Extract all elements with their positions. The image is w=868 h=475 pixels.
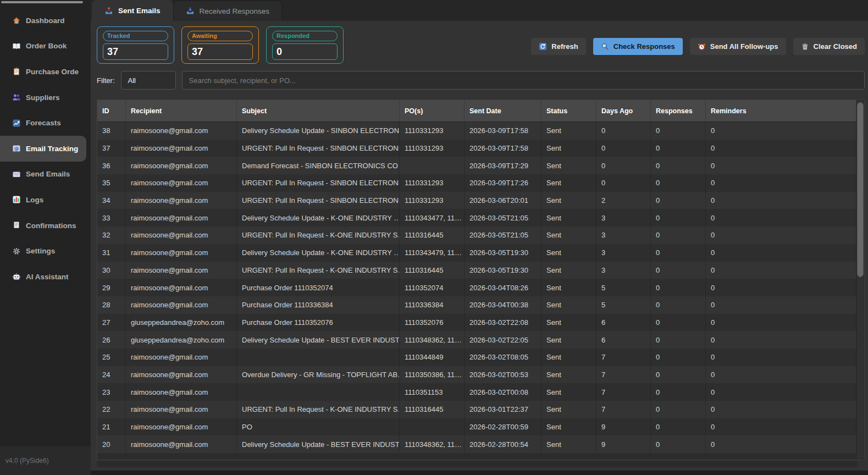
sidebar-item-dashboard[interactable]: Dashboard bbox=[0, 8, 91, 34]
col-header-responses[interactable]: Responses bbox=[651, 100, 706, 121]
search-icon bbox=[601, 42, 609, 51]
table-row[interactable]: 31raimosoone@gmail.comDelivery Schedule … bbox=[97, 244, 856, 262]
sidebar-nav: DashboardOrder BookPurchase OrdeSupplier… bbox=[0, 3, 91, 290]
table-row[interactable]: 28raimosoone@gmail.comPurchase Order 111… bbox=[97, 296, 856, 314]
stats-and-actions-row: Tracked37Awaiting37Responded0 RefreshChe… bbox=[97, 26, 865, 64]
stat-box-value: 37 bbox=[103, 43, 168, 60]
sidebar-item-send-emails[interactable]: Send Emails bbox=[0, 162, 91, 187]
table-row[interactable]: 22raimosoone@gmail.comURGENT: Pull In Re… bbox=[97, 401, 856, 418]
cell-id: 30 bbox=[97, 262, 126, 279]
cell-reminders: 0 bbox=[706, 209, 856, 227]
horizontal-scrollbar[interactable] bbox=[97, 461, 865, 467]
cell-recipient: raimosoone@gmail.com bbox=[126, 349, 237, 366]
sidebar-item-purchase-orde[interactable]: Purchase Orde bbox=[0, 59, 91, 85]
stat-box-awaiting: Awaiting37 bbox=[181, 26, 259, 64]
cell-reminders: 0 bbox=[706, 435, 856, 453]
cell-status: Sent bbox=[541, 122, 596, 140]
sidebar-item-label: Confirmations bbox=[26, 222, 76, 230]
sidebar-item-ai-assistant[interactable]: AI Assistant bbox=[0, 264, 91, 290]
window-bottom-strip bbox=[91, 471, 868, 475]
button-label: Refresh bbox=[551, 42, 578, 51]
cell-pos: 1110352074 bbox=[400, 279, 465, 296]
clear-closed-button[interactable]: Clear Closed bbox=[793, 38, 865, 55]
cell-id: 21 bbox=[97, 418, 126, 436]
col-header-reminders[interactable]: Reminders bbox=[706, 100, 856, 121]
check-responses-button[interactable]: Check Responses bbox=[593, 38, 683, 55]
cell-responses: 0 bbox=[651, 157, 706, 174]
col-header-recipient[interactable]: Recipient bbox=[126, 100, 237, 121]
table-row[interactable]: 26giuseppedandrea@zoho.comDelivery Sched… bbox=[97, 331, 856, 349]
cell-responses: 0 bbox=[651, 296, 706, 314]
table-row[interactable]: 38raimosoone@gmail.comDelivery Schedule … bbox=[97, 122, 856, 140]
cell-sent-date: 2026-02-28T00:54 bbox=[465, 435, 541, 453]
stat-box-value: 37 bbox=[187, 43, 253, 60]
table-row[interactable]: 29raimosoone@gmail.comPurchase Order 111… bbox=[97, 279, 856, 296]
sidebar-footer: v4.0 (PySide6) bbox=[0, 446, 91, 475]
button-label: Send All Follow-ups bbox=[710, 42, 778, 51]
filter-dropdown[interactable]: All bbox=[121, 71, 176, 90]
col-header-pos[interactable]: PO(s) bbox=[400, 100, 465, 121]
table-row[interactable]: 27giuseppedandrea@zoho.comPurchase Order… bbox=[97, 314, 856, 332]
sidebar-item-label: Dashboard bbox=[26, 16, 65, 25]
cell-days-ago: 0 bbox=[596, 174, 651, 192]
table-body: 38raimosoone@gmail.comDelivery Schedule … bbox=[97, 122, 856, 453]
table-row[interactable]: 30raimosoone@gmail.comURGENT: Pull In Re… bbox=[97, 262, 856, 279]
search-input[interactable] bbox=[182, 71, 865, 90]
table-row[interactable]: 33raimosoone@gmail.comDelivery Schedule … bbox=[97, 209, 856, 227]
cell-sent-date: 2026-03-05T21:05 bbox=[465, 227, 541, 244]
col-header-days-ago[interactable]: Days Ago bbox=[596, 100, 651, 121]
col-header-id[interactable]: ID bbox=[97, 100, 126, 121]
tab-received-responses[interactable]: Received Responses bbox=[173, 1, 283, 21]
cell-id: 32 bbox=[97, 227, 126, 244]
sidebar-item-label: Suppliers bbox=[26, 93, 60, 102]
cell-status: Sent bbox=[541, 349, 596, 366]
table-row[interactable]: 37raimosoone@gmail.comURGENT: Pull In Re… bbox=[97, 140, 856, 157]
cell-subject: URGENT: Pull In Request - SINBON ELECTRO… bbox=[237, 174, 400, 192]
sidebar-item-forecasts[interactable]: Forecasts bbox=[0, 110, 91, 136]
cell-pos: 1110343477, 11… bbox=[400, 209, 465, 227]
col-header-sent-date[interactable]: Sent Date bbox=[465, 100, 541, 121]
sidebar-item-confirmations[interactable]: Confirmations bbox=[0, 213, 91, 239]
cell-id: 33 bbox=[97, 209, 126, 227]
table-row[interactable]: 35raimosoone@gmail.comURGENT: Pull In Re… bbox=[97, 174, 856, 192]
svg-text:@: @ bbox=[14, 146, 19, 151]
sidebar-item-order-book[interactable]: Order Book bbox=[0, 34, 91, 59]
sidebar-item-suppliers[interactable]: Suppliers bbox=[0, 85, 91, 111]
stat-box-tracked: Tracked37 bbox=[97, 26, 174, 64]
stat-box-responded: Responded0 bbox=[266, 26, 344, 64]
email-tracking-pane: Tracked37Awaiting37Responded0 RefreshChe… bbox=[91, 21, 868, 471]
table-row[interactable]: 24raimosoone@gmail.comOverdue Delivery -… bbox=[97, 366, 856, 384]
cell-status: Sent bbox=[541, 435, 596, 453]
table-row[interactable]: 32raimosoone@gmail.comURGENT: Pull In Re… bbox=[97, 227, 856, 244]
table-row[interactable]: 21raimosoone@gmail.comPO2026-02-28T00:59… bbox=[97, 418, 856, 436]
table-row[interactable]: 34raimosoone@gmail.comURGENT: Pull In Re… bbox=[97, 192, 856, 209]
sidebar-item-logs[interactable]: Logs bbox=[0, 187, 91, 213]
cell-responses: 0 bbox=[651, 435, 706, 453]
cell-status: Sent bbox=[541, 192, 596, 209]
refresh-button[interactable]: Refresh bbox=[531, 38, 585, 55]
table-row[interactable]: 20raimosoone@gmail.comDelivery Schedule … bbox=[97, 435, 856, 453]
sidebar-item-email-tracking[interactable]: @Email Tracking bbox=[0, 136, 86, 162]
cell-reminders: 0 bbox=[706, 383, 856, 401]
refresh-icon bbox=[539, 42, 547, 51]
cell-id: 22 bbox=[97, 401, 126, 418]
cell-days-ago: 7 bbox=[596, 383, 651, 401]
table-row[interactable]: 25raimosoone@gmail.com11103448492026-03-… bbox=[97, 349, 856, 366]
table-row[interactable]: 23raimosoone@gmail.com11103511532026-03-… bbox=[97, 383, 856, 401]
cell-subject: Delivery Schedule Update - BEST EVER IND… bbox=[237, 435, 400, 453]
send-all-follow-ups-button[interactable]: Send All Follow-ups bbox=[690, 38, 786, 55]
cell-sent-date: 2026-03-05T21:05 bbox=[465, 209, 541, 227]
cell-id: 20 bbox=[97, 435, 126, 453]
tab-sent-emails[interactable]: Sent Emails bbox=[92, 0, 173, 21]
cell-id: 27 bbox=[97, 314, 126, 332]
version-label: v4.0 (PySide6) bbox=[5, 457, 49, 465]
col-header-subject[interactable]: Subject bbox=[237, 100, 400, 121]
cell-reminders: 0 bbox=[706, 349, 856, 366]
vertical-scrollbar[interactable] bbox=[857, 101, 864, 459]
cell-recipient: raimosoone@gmail.com bbox=[126, 401, 237, 418]
sidebar-item-settings[interactable]: Settings bbox=[0, 238, 91, 264]
vertical-scrollbar-thumb[interactable] bbox=[857, 102, 864, 277]
stat-box-label: Tracked bbox=[103, 31, 168, 41]
col-header-status[interactable]: Status bbox=[541, 100, 596, 121]
table-row[interactable]: 36raimosoone@gmail.comDemand Forecast - … bbox=[97, 157, 856, 174]
